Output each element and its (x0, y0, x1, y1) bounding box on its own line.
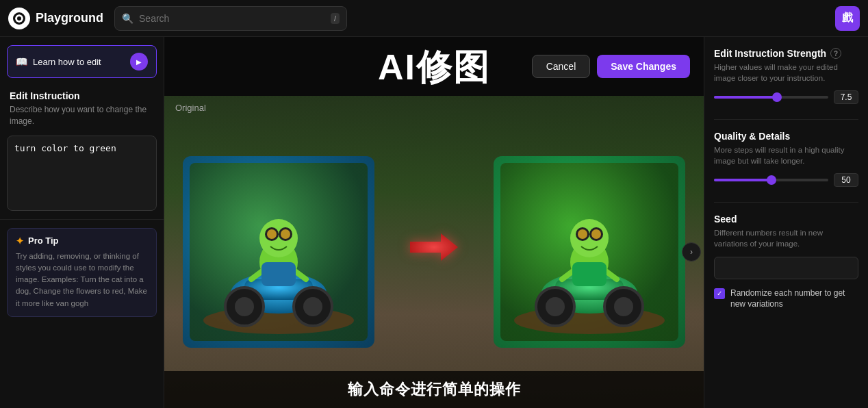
rs-divider-2 (714, 202, 858, 203)
search-input[interactable] (139, 13, 325, 24)
pro-tip-label: Pro Tip (28, 235, 59, 246)
edit-strength-help-icon[interactable]: ? (830, 48, 841, 59)
learn-btn-label: Learn how to edit (33, 57, 125, 67)
page-title: AI修图 (378, 44, 490, 92)
book-icon: 📖 (16, 56, 27, 67)
image-area: Original (164, 96, 704, 408)
quality-slider-container: 50 (714, 173, 858, 187)
rs-divider-1 (714, 119, 858, 120)
svg-rect-33 (572, 262, 607, 286)
scene-inner (164, 96, 704, 408)
svg-point-30 (591, 229, 601, 239)
quality-value: 50 (834, 173, 858, 187)
seed-desc: Different numbers result in new variatio… (714, 227, 858, 249)
edit-strength-desc: Higher values will make your edited imag… (714, 62, 858, 84)
main-layout: 📖 Learn how to edit ▶ Edit Instruction D… (0, 37, 868, 408)
randomize-checkbox[interactable] (714, 288, 725, 299)
quality-section: Quality & Details More steps will result… (714, 131, 858, 187)
cancel-button[interactable]: Cancel (532, 55, 591, 78)
edited-image-panel (475, 96, 704, 408)
brand: Playground (8, 8, 103, 29)
edit-strength-slider-thumb[interactable] (772, 92, 782, 102)
svg-point-13 (281, 229, 290, 239)
edit-strength-section: Edit Instruction Strength ? Higher value… (714, 48, 858, 104)
center-content: AI修图 Cancel Save Changes Original (164, 37, 704, 408)
svg-point-7 (303, 297, 322, 316)
edited-image (494, 156, 685, 348)
quality-slider-track[interactable] (714, 179, 828, 181)
save-changes-button[interactable]: Save Changes (597, 55, 690, 78)
play-icon[interactable]: ▶ (130, 53, 148, 71)
avatar[interactable]: 戲 (835, 6, 860, 31)
randomize-row: Randomize each number to get new variati… (714, 288, 858, 311)
search-shortcut: / (331, 13, 340, 24)
chevron-right-button[interactable]: › (682, 242, 701, 262)
search-bar[interactable]: 🔍 / (114, 6, 347, 31)
seed-section: Seed Different numbers result in new var… (714, 214, 858, 310)
quality-title: Quality & Details (714, 131, 858, 142)
center-header: AI修图 Cancel Save Changes (164, 37, 704, 96)
edit-strength-slider-fill (714, 96, 777, 99)
svg-point-22 (546, 297, 565, 316)
quality-slider-thumb[interactable] (767, 175, 776, 185)
star-icon: ✦ (16, 235, 24, 246)
edit-instruction-desc: Describe how you want to change the imag… (10, 104, 154, 127)
pro-tip-text: Try adding, removing, or thinking of sty… (16, 251, 148, 309)
original-image (183, 156, 374, 348)
header-buttons: Cancel Save Changes (532, 55, 690, 78)
svg-point-29 (578, 229, 587, 239)
edit-strength-value: 7.5 (834, 90, 858, 104)
right-sidebar: Edit Instruction Strength ? Higher value… (704, 37, 868, 408)
svg-point-26 (570, 219, 609, 257)
edit-strength-title: Edit Instruction Strength ? (714, 48, 858, 59)
arrow-icon (407, 227, 461, 277)
svg-point-12 (267, 229, 277, 239)
seed-title: Seed (714, 214, 858, 225)
original-label: Original (175, 103, 206, 113)
randomize-label: Randomize each number to get new variati… (730, 288, 858, 311)
edit-instruction-title: Edit Instruction (10, 90, 154, 101)
image-placeholder: 输入命令进行简单的操作 (164, 96, 704, 408)
pro-tip-box: ✦ Pro Tip Try adding, removing, or think… (7, 228, 157, 317)
edit-strength-slider-track[interactable] (714, 96, 828, 99)
arrow-container (407, 227, 461, 277)
search-icon: 🔍 (122, 13, 133, 24)
svg-point-5 (235, 297, 254, 316)
svg-point-9 (259, 219, 298, 257)
brand-icon (8, 8, 30, 29)
left-sidebar: 📖 Learn how to edit ▶ Edit Instruction D… (0, 37, 164, 408)
edit-instruction-textarea[interactable]: turn color to green (7, 136, 157, 211)
svg-rect-16 (261, 262, 296, 286)
quality-desc: More steps will result in a high quality… (714, 144, 858, 166)
brand-logo (13, 12, 25, 25)
edit-strength-slider-container: 7.5 (714, 90, 858, 104)
sidebar-divider (0, 219, 164, 220)
original-image-panel (164, 96, 393, 408)
brand-name: Playground (36, 11, 103, 25)
seed-input[interactable] (714, 257, 858, 279)
learn-how-to-edit-button[interactable]: 📖 Learn how to edit ▶ (7, 45, 157, 78)
topnav: Playground 🔍 / 戲 (0, 0, 868, 37)
quality-slider-fill (714, 179, 771, 181)
edit-instruction-section: Edit Instruction Describe how you want t… (0, 84, 164, 131)
svg-point-24 (614, 297, 633, 316)
pro-tip-title: ✦ Pro Tip (16, 235, 148, 246)
